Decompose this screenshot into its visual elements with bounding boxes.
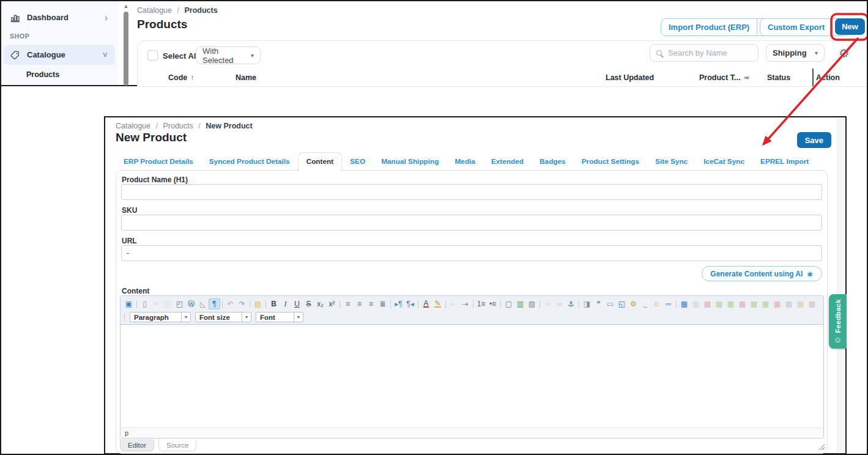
sidebar-item-dashboard[interactable]: Dashboard › [4, 7, 115, 28]
import-product-erp-button[interactable]: Import Product (ERP) ▾ [661, 18, 774, 36]
align-center-button[interactable]: ≡ [354, 298, 365, 309]
tab-erp-product-details[interactable]: ERP Product Details [116, 152, 201, 171]
text-color-button[interactable]: A [420, 298, 432, 309]
tab-eprel-import[interactable]: EPREL Import [752, 152, 817, 171]
remove-format-button[interactable]: ◺ [197, 298, 209, 309]
delete-rows-button[interactable]: ▦ [736, 298, 748, 309]
column-header-name[interactable]: Name [236, 73, 256, 82]
sidebar-item-catalogue[interactable]: Catalogue ˅ [4, 45, 115, 65]
tab-content[interactable]: Content [298, 152, 343, 171]
paste-from-word-button[interactable]: Ⓦ [185, 298, 197, 309]
bulleted-list-button[interactable]: •≡ [487, 298, 499, 309]
align-left-button[interactable]: ≡ [342, 298, 354, 309]
tab-extended[interactable]: Extended [483, 152, 532, 171]
bold-button[interactable]: B [268, 298, 280, 309]
insert-table-button[interactable]: ▦ [678, 298, 690, 309]
merge-cells-button[interactable]: ▦ [783, 298, 795, 309]
indent-button[interactable]: ⇢ [459, 298, 471, 309]
breadcrumb-item[interactable]: Catalogue [137, 6, 172, 15]
div-container-button[interactable]: ▭ [604, 298, 616, 309]
underline-button[interactable]: U [291, 298, 303, 309]
editor-mode-source[interactable]: Source [158, 439, 196, 451]
blockquote-button[interactable]: “ [593, 298, 604, 309]
text-direction-ltr-button[interactable]: ▸¶ [393, 298, 404, 309]
anchor-button[interactable]: ⚓ [565, 298, 577, 309]
column-header-status[interactable]: Status [767, 73, 790, 82]
copy-button[interactable]: ◫ [162, 298, 174, 309]
unlink-button[interactable]: ∞ [554, 298, 565, 309]
show-paragraph-marks-button[interactable]: ¶ [209, 298, 220, 309]
column-header-product-t[interactable]: Product T...≂ [699, 73, 749, 82]
delete-columns-button[interactable]: ▦ [771, 298, 783, 309]
editor-mode-editor[interactable]: Editor [120, 439, 154, 451]
table-properties-button[interactable]: ▦ [690, 298, 702, 309]
tab-manual-shipping[interactable]: Manual Shipping [373, 152, 447, 171]
align-right-button[interactable]: ≡ [365, 298, 377, 309]
column-header-action[interactable]: Action [816, 73, 840, 82]
tab-seo[interactable]: SEO [342, 152, 373, 171]
non-breaking-space-button[interactable]: _ [639, 298, 651, 309]
select-all-checkbox[interactable] [147, 50, 158, 61]
outdent-button[interactable]: ⇠ [448, 298, 459, 309]
split-cell-horizontal-button[interactable]: ▦ [795, 298, 806, 309]
product-name-field[interactable] [121, 184, 822, 200]
with-selected-dropdown[interactable]: With Selected ▾ [196, 46, 261, 64]
insert-row-above-button[interactable]: ▦ [713, 298, 725, 309]
modal-scrollbar-track[interactable] [837, 118, 845, 453]
resize-handle[interactable] [818, 444, 825, 450]
tab-badges[interactable]: Badges [532, 152, 574, 171]
generate-content-ai-button[interactable]: Generate Content using AI ∗ [702, 266, 822, 281]
align-justify-button[interactable]: ≣ [377, 298, 388, 309]
shipping-filter-dropdown[interactable]: Shipping ▾ [766, 44, 825, 62]
insert-column-left-button[interactable]: ▦ [748, 298, 760, 309]
scrollbar-up-arrow[interactable]: ▲ [122, 3, 130, 9]
embed-button[interactable]: ◱ [616, 298, 628, 309]
special-character-button[interactable]: ⚙ [628, 298, 639, 309]
subscript-button[interactable]: x₂ [314, 298, 326, 309]
tab-product-settings[interactable]: Product Settings [574, 152, 647, 171]
insert-row-below-button[interactable]: ▦ [725, 298, 736, 309]
image-button[interactable]: ▧ [526, 298, 538, 309]
link-button[interactable]: ∞ [542, 298, 554, 309]
split-cell-vertical-button[interactable]: ▦ [806, 298, 818, 309]
column-header-last-updated[interactable]: Last Updated [606, 73, 654, 82]
search-input[interactable] [667, 48, 758, 58]
column-header-code[interactable]: Code↑ [168, 73, 194, 82]
iframe-button[interactable]: ▥ [514, 298, 526, 309]
breadcrumb-item[interactable]: Catalogue [116, 122, 150, 130]
tab-site-sync[interactable]: Site Sync [647, 152, 696, 171]
save-button[interactable]: Save [797, 132, 831, 148]
page-break-button[interactable]: ═ [662, 298, 674, 309]
breadcrumb-item[interactable]: Products [163, 122, 193, 130]
cut-button[interactable]: ✂ [150, 298, 162, 309]
font-size-dropdown[interactable]: Font size▾ [195, 312, 251, 322]
italic-button[interactable]: I [280, 298, 291, 309]
paste-plain-text-button[interactable]: ◰ [174, 298, 185, 309]
save-button[interactable]: ▣ [123, 298, 135, 309]
redo-button[interactable]: ↷ [236, 298, 248, 309]
new-button[interactable]: New [835, 18, 865, 35]
tab-synced-product-details[interactable]: Synced Product Details [201, 152, 298, 171]
smiley-button[interactable]: ☺ [651, 298, 662, 309]
media-button[interactable]: ◨ [581, 298, 593, 309]
gear-icon[interactable]: ⚙ [839, 46, 850, 61]
sku-field[interactable] [121, 215, 822, 231]
undo-button[interactable]: ↶ [224, 298, 236, 309]
numbered-list-button[interactable]: 1≡ [475, 298, 487, 309]
paragraph-format-dropdown[interactable]: Paragraph▾ [130, 312, 191, 322]
strikethrough-button[interactable]: S [303, 298, 314, 309]
search-box[interactable] [650, 44, 759, 62]
new-page-button[interactable]: ▯ [139, 298, 150, 309]
url-field[interactable] [121, 245, 822, 261]
browse-folder-button[interactable]: ▤ [252, 298, 264, 309]
feedback-tab[interactable]: Feedback ☺ [829, 294, 847, 349]
font-family-dropdown[interactable]: Font▾ [256, 312, 303, 322]
text-direction-rtl-button[interactable]: ¶◂ [404, 298, 416, 309]
editor-content-area[interactable] [121, 325, 823, 427]
background-color-button[interactable]: ✎ [432, 298, 443, 309]
superscript-button[interactable]: x² [326, 298, 338, 309]
insert-column-right-button[interactable]: ▦ [760, 298, 771, 309]
selection-frame-button[interactable]: ▢ [503, 298, 514, 309]
tab-icecat-sync[interactable]: IceCat Sync [696, 152, 752, 171]
tab-media[interactable]: Media [447, 152, 483, 171]
